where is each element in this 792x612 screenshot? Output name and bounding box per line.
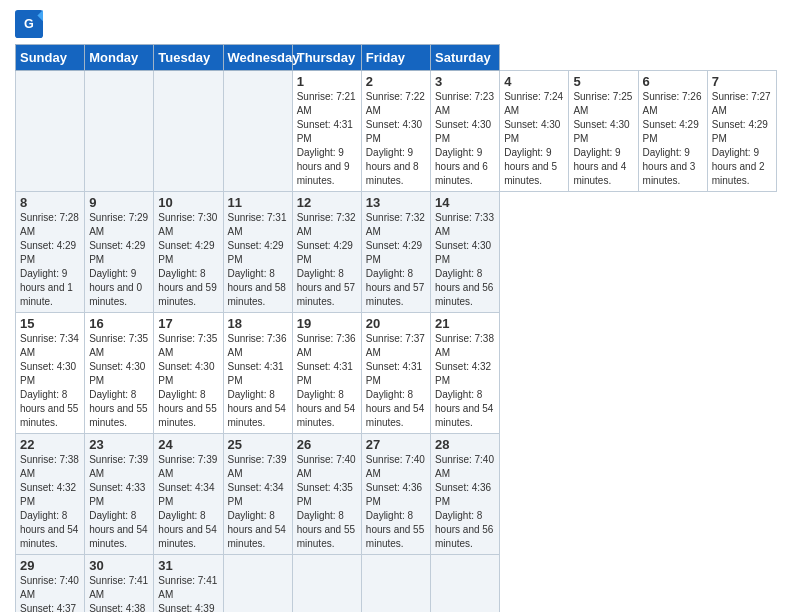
day-info: Sunrise: 7:27 AMSunset: 4:29 PMDaylight:… xyxy=(712,90,772,188)
day-header: Sunday xyxy=(16,45,85,71)
day-number: 15 xyxy=(20,316,80,331)
calendar-table: SundayMondayTuesdayWednesdayThursdayFrid… xyxy=(15,44,777,612)
day-number: 27 xyxy=(366,437,426,452)
calendar-cell: 1Sunrise: 7:21 AMSunset: 4:31 PMDaylight… xyxy=(292,71,361,192)
day-number: 17 xyxy=(158,316,218,331)
calendar-cell: 5Sunrise: 7:25 AMSunset: 4:30 PMDaylight… xyxy=(569,71,638,192)
calendar-week-row: 1Sunrise: 7:21 AMSunset: 4:31 PMDaylight… xyxy=(16,71,777,192)
day-number: 21 xyxy=(435,316,495,331)
day-header: Tuesday xyxy=(154,45,223,71)
calendar-cell: 18Sunrise: 7:36 AMSunset: 4:31 PMDayligh… xyxy=(223,313,292,434)
day-info: Sunrise: 7:37 AMSunset: 4:31 PMDaylight:… xyxy=(366,332,426,430)
day-info: Sunrise: 7:29 AMSunset: 4:29 PMDaylight:… xyxy=(89,211,149,309)
calendar-cell: 22Sunrise: 7:38 AMSunset: 4:32 PMDayligh… xyxy=(16,434,85,555)
day-info: Sunrise: 7:40 AMSunset: 4:37 PMDaylight:… xyxy=(20,574,80,612)
calendar-cell xyxy=(361,555,430,613)
day-number: 26 xyxy=(297,437,357,452)
calendar-cell: 15Sunrise: 7:34 AMSunset: 4:30 PMDayligh… xyxy=(16,313,85,434)
day-number: 3 xyxy=(435,74,495,89)
calendar-cell: 16Sunrise: 7:35 AMSunset: 4:30 PMDayligh… xyxy=(85,313,154,434)
day-number: 25 xyxy=(228,437,288,452)
day-info: Sunrise: 7:25 AMSunset: 4:30 PMDaylight:… xyxy=(573,90,633,188)
day-info: Sunrise: 7:21 AMSunset: 4:31 PMDaylight:… xyxy=(297,90,357,188)
day-info: Sunrise: 7:28 AMSunset: 4:29 PMDaylight:… xyxy=(20,211,80,309)
calendar-cell xyxy=(223,555,292,613)
calendar-cell: 20Sunrise: 7:37 AMSunset: 4:31 PMDayligh… xyxy=(361,313,430,434)
day-number: 29 xyxy=(20,558,80,573)
day-header: Friday xyxy=(361,45,430,71)
day-info: Sunrise: 7:22 AMSunset: 4:30 PMDaylight:… xyxy=(366,90,426,188)
calendar-cell: 4Sunrise: 7:24 AMSunset: 4:30 PMDaylight… xyxy=(500,71,569,192)
calendar-cell: 30Sunrise: 7:41 AMSunset: 4:38 PMDayligh… xyxy=(85,555,154,613)
calendar-week-row: 22Sunrise: 7:38 AMSunset: 4:32 PMDayligh… xyxy=(16,434,777,555)
day-info: Sunrise: 7:41 AMSunset: 4:38 PMDaylight:… xyxy=(89,574,149,612)
day-info: Sunrise: 7:30 AMSunset: 4:29 PMDaylight:… xyxy=(158,211,218,309)
day-number: 4 xyxy=(504,74,564,89)
day-info: Sunrise: 7:39 AMSunset: 4:34 PMDaylight:… xyxy=(158,453,218,551)
calendar-cell: 29Sunrise: 7:40 AMSunset: 4:37 PMDayligh… xyxy=(16,555,85,613)
svg-text:G: G xyxy=(24,17,34,31)
calendar-cell: 12Sunrise: 7:32 AMSunset: 4:29 PMDayligh… xyxy=(292,192,361,313)
day-number: 16 xyxy=(89,316,149,331)
day-info: Sunrise: 7:36 AMSunset: 4:31 PMDaylight:… xyxy=(297,332,357,430)
day-info: Sunrise: 7:32 AMSunset: 4:29 PMDaylight:… xyxy=(366,211,426,309)
day-number: 14 xyxy=(435,195,495,210)
day-info: Sunrise: 7:34 AMSunset: 4:30 PMDaylight:… xyxy=(20,332,80,430)
day-number: 31 xyxy=(158,558,218,573)
day-info: Sunrise: 7:24 AMSunset: 4:30 PMDaylight:… xyxy=(504,90,564,188)
day-number: 7 xyxy=(712,74,772,89)
day-info: Sunrise: 7:40 AMSunset: 4:35 PMDaylight:… xyxy=(297,453,357,551)
day-info: Sunrise: 7:33 AMSunset: 4:30 PMDaylight:… xyxy=(435,211,495,309)
calendar-cell: 17Sunrise: 7:35 AMSunset: 4:30 PMDayligh… xyxy=(154,313,223,434)
calendar-cell: 6Sunrise: 7:26 AMSunset: 4:29 PMDaylight… xyxy=(638,71,707,192)
calendar-cell: 13Sunrise: 7:32 AMSunset: 4:29 PMDayligh… xyxy=(361,192,430,313)
calendar-cell xyxy=(154,71,223,192)
calendar-cell xyxy=(16,71,85,192)
day-info: Sunrise: 7:38 AMSunset: 4:32 PMDaylight:… xyxy=(20,453,80,551)
day-number: 8 xyxy=(20,195,80,210)
day-number: 2 xyxy=(366,74,426,89)
day-number: 30 xyxy=(89,558,149,573)
day-info: Sunrise: 7:36 AMSunset: 4:31 PMDaylight:… xyxy=(228,332,288,430)
day-number: 9 xyxy=(89,195,149,210)
calendar-week-row: 29Sunrise: 7:40 AMSunset: 4:37 PMDayligh… xyxy=(16,555,777,613)
day-info: Sunrise: 7:40 AMSunset: 4:36 PMDaylight:… xyxy=(366,453,426,551)
calendar-cell xyxy=(292,555,361,613)
calendar-cell xyxy=(431,555,500,613)
calendar-cell: 23Sunrise: 7:39 AMSunset: 4:33 PMDayligh… xyxy=(85,434,154,555)
day-header: Wednesday xyxy=(223,45,292,71)
calendar-cell: 7Sunrise: 7:27 AMSunset: 4:29 PMDaylight… xyxy=(707,71,776,192)
calendar-cell xyxy=(85,71,154,192)
day-number: 11 xyxy=(228,195,288,210)
day-info: Sunrise: 7:39 AMSunset: 4:33 PMDaylight:… xyxy=(89,453,149,551)
calendar-cell: 26Sunrise: 7:40 AMSunset: 4:35 PMDayligh… xyxy=(292,434,361,555)
day-info: Sunrise: 7:39 AMSunset: 4:34 PMDaylight:… xyxy=(228,453,288,551)
day-header: Thursday xyxy=(292,45,361,71)
day-number: 12 xyxy=(297,195,357,210)
calendar-cell xyxy=(223,71,292,192)
day-number: 1 xyxy=(297,74,357,89)
calendar-cell: 2Sunrise: 7:22 AMSunset: 4:30 PMDaylight… xyxy=(361,71,430,192)
day-info: Sunrise: 7:35 AMSunset: 4:30 PMDaylight:… xyxy=(89,332,149,430)
day-info: Sunrise: 7:32 AMSunset: 4:29 PMDaylight:… xyxy=(297,211,357,309)
day-info: Sunrise: 7:31 AMSunset: 4:29 PMDaylight:… xyxy=(228,211,288,309)
calendar-cell: 21Sunrise: 7:38 AMSunset: 4:32 PMDayligh… xyxy=(431,313,500,434)
calendar-cell: 24Sunrise: 7:39 AMSunset: 4:34 PMDayligh… xyxy=(154,434,223,555)
day-header: Monday xyxy=(85,45,154,71)
day-number: 10 xyxy=(158,195,218,210)
calendar-cell: 31Sunrise: 7:41 AMSunset: 4:39 PMDayligh… xyxy=(154,555,223,613)
header-row: SundayMondayTuesdayWednesdayThursdayFrid… xyxy=(16,45,777,71)
day-number: 6 xyxy=(643,74,703,89)
calendar-cell: 3Sunrise: 7:23 AMSunset: 4:30 PMDaylight… xyxy=(431,71,500,192)
day-number: 5 xyxy=(573,74,633,89)
day-number: 23 xyxy=(89,437,149,452)
calendar-cell: 28Sunrise: 7:40 AMSunset: 4:36 PMDayligh… xyxy=(431,434,500,555)
day-info: Sunrise: 7:23 AMSunset: 4:30 PMDaylight:… xyxy=(435,90,495,188)
day-info: Sunrise: 7:35 AMSunset: 4:30 PMDaylight:… xyxy=(158,332,218,430)
day-info: Sunrise: 7:26 AMSunset: 4:29 PMDaylight:… xyxy=(643,90,703,188)
calendar-cell: 14Sunrise: 7:33 AMSunset: 4:30 PMDayligh… xyxy=(431,192,500,313)
calendar-cell: 27Sunrise: 7:40 AMSunset: 4:36 PMDayligh… xyxy=(361,434,430,555)
day-info: Sunrise: 7:41 AMSunset: 4:39 PMDaylight:… xyxy=(158,574,218,612)
calendar-cell: 19Sunrise: 7:36 AMSunset: 4:31 PMDayligh… xyxy=(292,313,361,434)
day-number: 24 xyxy=(158,437,218,452)
